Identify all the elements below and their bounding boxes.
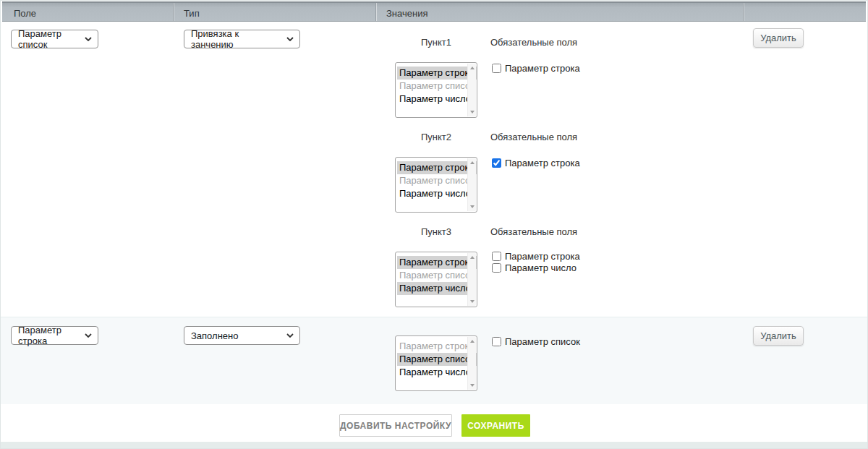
- type-select-row1-value: Привязка к занчению: [191, 28, 282, 50]
- checkbox-label: Параметр список: [505, 336, 580, 347]
- required-checkbox[interactable]: [492, 263, 501, 273]
- type-select-row1[interactable]: Привязка к занчению: [184, 30, 300, 48]
- column-header-type: Тип: [184, 8, 200, 19]
- required-checkbox[interactable]: [492, 158, 501, 168]
- listbox-option[interactable]: Параметр число: [397, 187, 473, 200]
- field-select-row1[interactable]: Параметр список: [11, 30, 98, 48]
- group3-title: Пункт3: [395, 226, 477, 237]
- column-divider: [375, 3, 376, 21]
- checkbox-label: Параметр строка: [505, 63, 580, 74]
- listbox-option[interactable]: Параметр список: [397, 174, 477, 187]
- column-header-values: Значения: [386, 8, 427, 19]
- required-checkbox[interactable]: [492, 337, 501, 346]
- settings-table: Поле Тип Значения Параметр список Привяз…: [0, 0, 868, 449]
- checkbox-label: Параметр строка: [505, 158, 580, 168]
- group1-required-label: Обязательные поля: [490, 37, 577, 48]
- listbox-option[interactable]: Параметр строка: [397, 67, 477, 80]
- listbox-option[interactable]: Параметр список: [397, 80, 477, 93]
- listbox-option[interactable]: Параметр строка: [397, 340, 477, 353]
- save-button[interactable]: СОХРАНИТЬ: [461, 414, 530, 437]
- required-checkbox[interactable]: [492, 64, 501, 73]
- scroll-up-icon: [470, 67, 475, 69]
- field-select-row1-value: Параметр список: [18, 28, 80, 50]
- listbox-option[interactable]: Параметр число: [397, 93, 473, 106]
- required-checkbox-row[interactable]: Параметр строка: [492, 63, 580, 74]
- scroll-down-icon: [470, 384, 475, 387]
- listbox-option[interactable]: Параметр число: [397, 366, 473, 379]
- listbox-scrollbar[interactable]: [467, 64, 476, 116]
- add-setting-button[interactable]: ДОБАВИТЬ НАСТРОЙКУ: [339, 414, 452, 437]
- required-checkbox-row[interactable]: Параметр строка: [492, 158, 580, 168]
- scroll-up-icon: [470, 161, 475, 164]
- group2-title: Пункт2: [395, 132, 477, 142]
- chevron-down-icon: [286, 333, 294, 338]
- chevron-down-icon: [85, 37, 92, 41]
- bottom-strip: [1, 442, 867, 449]
- listbox-option[interactable]: Параметр строка: [397, 161, 477, 174]
- field-select-row2[interactable]: Параметр строка: [11, 326, 98, 345]
- required-checkbox-row[interactable]: Параметр строка: [492, 251, 580, 262]
- scroll-down-icon: [470, 205, 475, 208]
- table-header: Поле Тип Значения: [2, 1, 866, 22]
- column-divider: [173, 3, 174, 21]
- group2-values-listbox[interactable]: Параметр строка Параметр список Параметр…: [395, 157, 477, 213]
- scroll-down-icon: [470, 111, 475, 114]
- delete-row2-button[interactable]: Удалить: [753, 326, 804, 346]
- scroll-up-icon: [470, 256, 475, 259]
- required-checkbox-row[interactable]: Параметр список: [492, 336, 580, 347]
- listbox-scrollbar[interactable]: [467, 337, 476, 390]
- group2-required-label: Обязательные поля: [490, 132, 577, 142]
- listbox-option[interactable]: Параметр список: [397, 269, 477, 282]
- chevron-down-icon: [286, 37, 294, 41]
- required-checkbox[interactable]: [492, 252, 501, 261]
- scroll-up-icon: [470, 340, 475, 343]
- checkbox-label: Параметр строка: [505, 251, 580, 262]
- type-select-row2-value: Заполнено: [191, 330, 238, 341]
- listbox-option[interactable]: Параметр число: [397, 282, 473, 295]
- delete-row1-button[interactable]: Удалить: [753, 28, 804, 48]
- checkbox-label: Параметр число: [505, 262, 576, 273]
- required-checkbox-row[interactable]: Параметр число: [492, 262, 576, 273]
- scroll-down-icon: [470, 300, 475, 303]
- group1-values-listbox[interactable]: Параметр строка Параметр список Параметр…: [395, 62, 477, 118]
- group3-required-label: Обязательные поля: [490, 226, 577, 237]
- chevron-down-icon: [85, 333, 92, 338]
- listbox-scrollbar[interactable]: [467, 158, 476, 211]
- field-select-row2-value: Параметр строка: [18, 325, 80, 346]
- listbox-scrollbar[interactable]: [467, 253, 476, 306]
- column-header-field: Поле: [14, 8, 36, 19]
- column-divider: [743, 3, 744, 21]
- row2-values-listbox[interactable]: Параметр строка Параметр список Параметр…: [395, 335, 477, 391]
- type-select-row2[interactable]: Заполнено: [184, 326, 300, 345]
- group3-values-listbox[interactable]: Параметр строка Параметр список Параметр…: [395, 252, 477, 307]
- listbox-option[interactable]: Параметр список: [397, 353, 477, 366]
- listbox-option[interactable]: Параметр строка: [397, 256, 477, 269]
- group1-title: Пункт1: [395, 37, 477, 48]
